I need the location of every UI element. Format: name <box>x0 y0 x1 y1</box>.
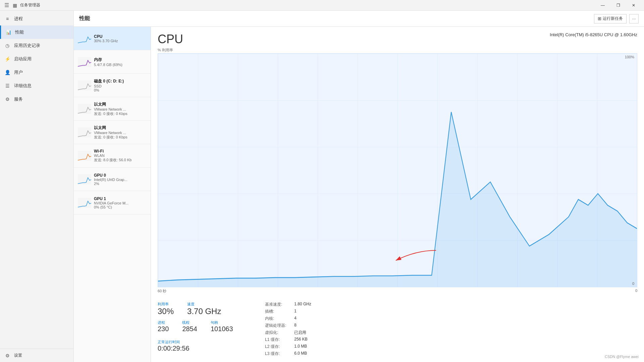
process-label: 进程 <box>158 320 169 325</box>
stat-thread: 线程 2854 <box>182 320 197 333</box>
device-sub1-wifi: WLAN <box>94 154 147 158</box>
settings-label: 设置 <box>14 353 22 358</box>
settings-icon: ⚙ <box>4 352 11 359</box>
device-sub1-disk0: SSD <box>94 84 147 88</box>
content-header: 性能 ⊞ 运行新任务 ··· <box>74 11 644 27</box>
stats-left: 利用率 30% 速度 3.70 GHz 进程 230 <box>158 302 252 357</box>
menu-button[interactable]: ☰ <box>3 1 11 9</box>
stats-section: 利用率 30% 速度 3.70 GHz 进程 230 <box>158 302 637 357</box>
spec-label: L1 缓存: <box>265 337 286 343</box>
speed-value: 3.70 GHz <box>187 307 221 316</box>
device-info-eth1: 以太网 VMware Network ... 发送: 0 接收: 0 Kbps <box>94 125 147 140</box>
header-actions: ⊞ 运行新任务 ··· <box>594 14 639 23</box>
details-icon: ☰ <box>4 82 11 89</box>
device-info-gpu1: GPU 1 NVIDIA GeForce M... 0% (55 °C) <box>94 196 147 209</box>
stat-handle: 句柄 101063 <box>211 320 233 333</box>
spec-value: 8 <box>294 323 637 328</box>
detail-header: CPU Intel(R) Core(TM) i5-8265U CPU @ 1.6… <box>158 32 637 46</box>
device-name-gpu1: GPU 1 <box>94 196 147 201</box>
close-button[interactable]: ✕ <box>626 0 641 11</box>
sidebar-item-startup[interactable]: ⚡ 启动应用 <box>0 52 73 66</box>
device-item-wifi[interactable]: Wi-Fi WLAN 发送: 8.0 接收: 56.0 Kb <box>74 144 151 168</box>
device-item-eth1[interactable]: 以太网 VMware Network ... 发送: 0 接收: 0 Kbps <box>74 121 151 144</box>
app-title: 任务管理器 <box>20 2 595 8</box>
chart-y-label: % 利用率 <box>158 48 637 53</box>
spec-label: L2 缓存: <box>265 344 286 350</box>
content-area: 性能 ⊞ 运行新任务 ··· CPU 30% 3.70 GHz <box>74 11 644 362</box>
device-item-eth0[interactable]: 以太网 VMware Network ... 发送: 0 接收: 0 Kbps <box>74 97 151 121</box>
utilization-value: 30% <box>158 307 174 316</box>
device-sub2-gpu0: 2% <box>94 182 147 186</box>
chart-x-right: 0 <box>635 289 637 294</box>
spec-value: 1 <box>294 309 637 314</box>
app-icon: ▦ <box>12 3 17 8</box>
sidebar-item-settings[interactable]: ⚙ 设置 <box>0 349 73 362</box>
mini-chart-gpu0 <box>78 174 91 184</box>
device-item-gpu1[interactable]: GPU 1 NVIDIA GeForce M... 0% (55 °C) <box>74 191 151 215</box>
sidebar-item-process[interactable]: ≡ 进程 <box>0 12 73 25</box>
detail-title: CPU <box>158 32 183 46</box>
device-item-disk0[interactable]: 磁盘 0 (C: D: E:) SSD 0% <box>74 74 151 97</box>
sidebar-item-services[interactable]: ⚙ 服务 <box>0 93 73 106</box>
more-options-button[interactable]: ··· <box>629 14 639 23</box>
device-name-memory: 内存 <box>94 57 147 63</box>
spec-label: 虚拟化: <box>265 330 286 336</box>
chart-x-label: 60 秒 <box>158 289 166 294</box>
chart-y-min: 0 <box>632 282 634 286</box>
detail-panel: CPU Intel(R) Core(TM) i5-8265U CPU @ 1.6… <box>151 27 644 362</box>
device-sub2-disk0: 0% <box>94 88 147 92</box>
thread-value: 2854 <box>182 325 197 333</box>
spec-label: L3 缓存: <box>265 351 286 357</box>
device-item-cpu[interactable]: CPU 30% 3.70 GHz <box>74 27 151 50</box>
window-controls: — ❐ ✕ <box>595 0 641 11</box>
sidebar-item-details[interactable]: ☰ 详细信息 <box>0 79 73 93</box>
spec-value: 已启用 <box>294 330 637 336</box>
nav-label-services: 服务 <box>14 96 23 102</box>
device-name-cpu: CPU <box>94 34 147 39</box>
device-item-memory[interactable]: 内存 5.4/7.8 GB (69%) <box>74 50 151 74</box>
nav-label-app-history: 应用历史记录 <box>14 43 40 49</box>
app-history-icon: ◷ <box>4 42 11 49</box>
watermark: CSDN @Flyme awei <box>605 355 639 359</box>
main-layout: ≡ 进程 📊 性能 ◷ 应用历史记录 ⚡ 启动应用 👤 用户 ☰ 详细信息 ⚙ … <box>0 11 644 362</box>
device-sub1-gpu0: Intel(R) UHD Grap... <box>94 178 147 182</box>
cpu-model-name: Intel(R) Core(TM) i5-8265U CPU @ 1.60GHz <box>550 32 637 37</box>
device-info-memory: 内存 5.4/7.8 GB (69%) <box>94 57 147 67</box>
stat-utilization: 利用率 30% <box>158 302 174 316</box>
spec-label: 逻辑处理器: <box>265 323 286 328</box>
stat-process: 进程 230 <box>158 320 169 333</box>
run-task-button[interactable]: ⊞ 运行新任务 <box>594 14 627 23</box>
chart-y-max: 100% <box>625 55 634 59</box>
sidebar-item-app-history[interactable]: ◷ 应用历史记录 <box>0 39 73 52</box>
nav-label-details: 详细信息 <box>14 83 32 89</box>
performance-icon: 📊 <box>5 29 12 36</box>
cpu-chart-area: 100% 0 <box>158 53 637 287</box>
mini-chart-eth1 <box>78 127 91 137</box>
runtime-value: 0:00:29:56 <box>158 345 252 352</box>
device-info-disk0: 磁盘 0 (C: D: E:) SSD 0% <box>94 78 147 92</box>
sidebar: ≡ 进程 📊 性能 ◷ 应用历史记录 ⚡ 启动应用 👤 用户 ☰ 详细信息 ⚙ … <box>0 11 74 362</box>
run-task-label: 运行新任务 <box>603 16 623 21</box>
spec-value: 1.80 GHz <box>294 302 637 307</box>
stat-group-2: 进程 230 线程 2854 句柄 101063 <box>158 320 252 333</box>
device-sub2-eth1: 发送: 0 接收: 0 Kbps <box>94 135 147 140</box>
device-item-gpu0[interactable]: GPU 0 Intel(R) UHD Grap... 2% <box>74 168 151 191</box>
restore-button[interactable]: ❐ <box>610 0 626 11</box>
mini-chart-memory <box>78 57 91 67</box>
handle-value: 101063 <box>211 325 233 333</box>
minimize-button[interactable]: — <box>595 0 610 11</box>
thread-label: 线程 <box>182 320 197 325</box>
spec-label: 基准速度: <box>265 302 286 307</box>
device-info-eth0: 以太网 VMware Network ... 发送: 0 接收: 0 Kbps <box>94 102 147 116</box>
speed-label: 速度 <box>187 302 221 307</box>
specs-grid: 基准速度:1.80 GHz插槽:1内核:4逻辑处理器:8虚拟化:已启用L1 缓存… <box>252 302 637 357</box>
sidebar-item-users[interactable]: 👤 用户 <box>0 66 73 79</box>
device-sub1-gpu1: NVIDIA GeForce M... <box>94 201 147 205</box>
sidebar-item-performance[interactable]: 📊 性能 <box>0 25 73 39</box>
services-icon: ⚙ <box>4 96 11 103</box>
runtime-group: 正常运行时间 0:00:29:56 <box>158 337 252 352</box>
spec-value: 1.0 MB <box>294 344 637 350</box>
stat-group-1: 利用率 30% 速度 3.70 GHz <box>158 302 252 316</box>
startup-icon: ⚡ <box>4 56 11 62</box>
device-sub1-eth0: VMware Network ... <box>94 107 147 111</box>
